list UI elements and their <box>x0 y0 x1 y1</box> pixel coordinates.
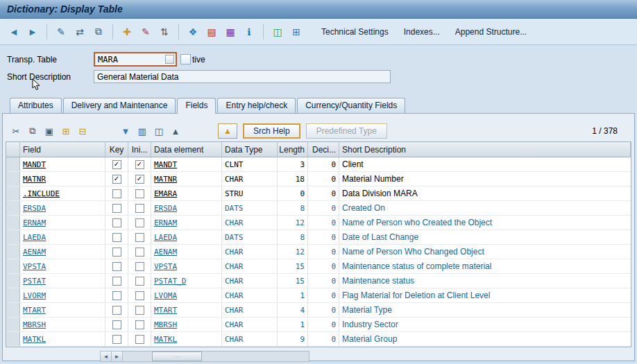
data-element-link[interactable]: MATKL <box>154 335 177 344</box>
info-icon[interactable]: ℹ <box>241 24 257 40</box>
tab-fields[interactable]: Fields <box>177 98 216 114</box>
field-name-link[interactable]: PSTAT <box>23 277 46 286</box>
data-element-link[interactable]: MBRSH <box>154 320 177 329</box>
column-header-short-description[interactable]: Short Description <box>339 142 631 157</box>
data-element-link[interactable]: MTART <box>154 306 177 315</box>
scrollbar-track[interactable]: ··· <box>123 352 309 361</box>
initial-value-checkbox[interactable] <box>135 306 144 315</box>
srch-help-button[interactable]: Srch Help <box>243 123 300 139</box>
insert-row-icon[interactable]: ⊞ <box>58 124 74 138</box>
row-selector[interactable] <box>6 245 20 259</box>
data-element-link[interactable]: LAEDA <box>154 233 177 242</box>
key-checkbox[interactable] <box>112 218 121 227</box>
data-element-link[interactable]: EMARA <box>154 189 177 198</box>
data-element-link[interactable]: PSTAT_D <box>154 277 186 286</box>
tab-currency-quantity-fields[interactable]: Currency/Quantity Fields <box>297 98 405 113</box>
data-element-link[interactable]: MATNR <box>154 175 177 184</box>
copy-icon[interactable]: ⧉ <box>90 24 107 40</box>
data-element-link[interactable]: LVOMA <box>154 291 177 300</box>
column-header-deci[interactable]: Deci... <box>308 142 339 157</box>
scroll-left-button[interactable]: ◄ <box>101 352 112 361</box>
row-selector[interactable] <box>6 230 20 244</box>
runtime-object-icon[interactable]: ◫ <box>269 24 286 40</box>
row-selector[interactable] <box>6 303 20 317</box>
data-element-link[interactable]: ERSDA <box>154 204 177 213</box>
table-name-input[interactable] <box>94 52 177 67</box>
field-name-link[interactable]: MTART <box>23 306 46 315</box>
paste-rows-icon[interactable]: ▣ <box>42 124 57 138</box>
table-contents-icon[interactable]: ⊞ <box>288 24 305 40</box>
scrollbar-thumb[interactable]: ··· <box>152 352 202 361</box>
initial-value-checkbox[interactable] <box>135 218 144 227</box>
delete-row-icon[interactable]: ⊟ <box>75 124 90 138</box>
sort-icon[interactable]: ▤ <box>203 24 220 40</box>
field-name-link[interactable]: MBRSH <box>23 320 46 329</box>
indexes-button[interactable]: Indexes... <box>398 24 445 40</box>
toggle-display-change-icon[interactable]: ⇄ <box>71 24 88 40</box>
field-name-link[interactable]: LVORM <box>23 291 46 300</box>
cut-icon[interactable]: ✂ <box>8 124 24 138</box>
display-change-icon[interactable]: ✎ <box>53 24 69 40</box>
field-name-link[interactable]: MATNR <box>23 175 46 184</box>
field-name-link[interactable]: LAEDA <box>23 233 46 242</box>
insert-block-icon[interactable]: ◫ <box>151 124 167 138</box>
initial-value-checkbox[interactable] <box>135 204 144 213</box>
column-header-ini[interactable]: Ini... <box>128 142 151 157</box>
tab-attributes[interactable]: Attributes <box>10 98 62 113</box>
column-header-data-type[interactable]: Data Type <box>222 142 278 157</box>
matchcode-icon[interactable] <box>165 55 174 64</box>
row-selector[interactable] <box>6 332 20 346</box>
column-header-length[interactable]: Length <box>278 142 308 157</box>
reorder-icon[interactable]: ⇅ <box>156 24 173 40</box>
row-selector[interactable] <box>6 288 20 302</box>
key-checkbox[interactable] <box>112 306 121 315</box>
row-selector[interactable] <box>6 157 20 171</box>
row-selector[interactable] <box>6 318 20 331</box>
create-icon[interactable]: ✚ <box>119 24 135 40</box>
initial-value-checkbox[interactable] <box>135 262 144 271</box>
scroll-right-button[interactable]: ► <box>112 352 123 361</box>
data-element-link[interactable]: MANDT <box>154 160 177 169</box>
graphic-button[interactable]: ▲ <box>218 123 237 139</box>
forward-icon[interactable]: ► <box>24 24 41 40</box>
hierarchy-icon[interactable]: ❖ <box>185 24 201 40</box>
initial-value-checkbox[interactable] <box>135 277 144 286</box>
key-checkbox[interactable] <box>112 262 121 271</box>
key-checkbox[interactable] <box>112 189 121 198</box>
column-header-selector[interactable] <box>6 142 20 157</box>
initial-value-checkbox[interactable] <box>135 335 144 344</box>
row-selector[interactable] <box>6 216 20 229</box>
data-element-link[interactable]: AENAM <box>154 248 177 257</box>
column-header-data-element[interactable]: Data element <box>151 142 222 157</box>
field-name-link[interactable]: ERNAM <box>23 218 46 227</box>
modify-icon[interactable]: ✎ <box>137 24 154 40</box>
initial-value-checkbox[interactable] <box>135 189 144 198</box>
predefined-type-button[interactable]: Predefined Type <box>306 123 387 139</box>
initial-value-checkbox[interactable] <box>135 233 144 242</box>
field-name-link[interactable]: AENAM <box>23 248 46 257</box>
key-checkbox[interactable] <box>112 277 121 286</box>
initial-value-checkbox[interactable]: ✓ <box>135 160 144 169</box>
key-checkbox[interactable] <box>112 291 121 300</box>
key-checkbox[interactable] <box>112 335 121 344</box>
field-name-link[interactable]: VPSTA <box>23 262 46 271</box>
key-checkbox[interactable]: ✓ <box>112 160 121 169</box>
filter-icon[interactable]: ▼ <box>118 124 133 138</box>
field-name-link[interactable]: .INCLUDE <box>23 189 60 198</box>
key-checkbox[interactable] <box>112 204 121 213</box>
row-selector[interactable] <box>6 259 20 273</box>
initial-value-checkbox[interactable] <box>135 248 144 257</box>
initial-value-checkbox[interactable] <box>135 291 144 300</box>
tab-entry-help-check[interactable]: Entry help/check <box>217 98 296 113</box>
initial-value-checkbox[interactable]: ✓ <box>135 175 144 184</box>
table-view-icon[interactable]: ▦ <box>222 24 239 40</box>
technical-settings-button[interactable]: Technical Settings <box>316 24 394 40</box>
copy-rows-icon[interactable]: ⧉ <box>25 124 40 138</box>
choose-fields-icon[interactable]: ▥ <box>135 124 150 138</box>
row-selector[interactable] <box>6 201 20 215</box>
row-selector[interactable] <box>6 172 20 186</box>
short-description-input[interactable] <box>94 70 391 83</box>
key-checkbox[interactable] <box>112 233 121 242</box>
initial-value-checkbox[interactable] <box>135 320 144 329</box>
data-element-link[interactable]: ERNAM <box>154 218 177 227</box>
